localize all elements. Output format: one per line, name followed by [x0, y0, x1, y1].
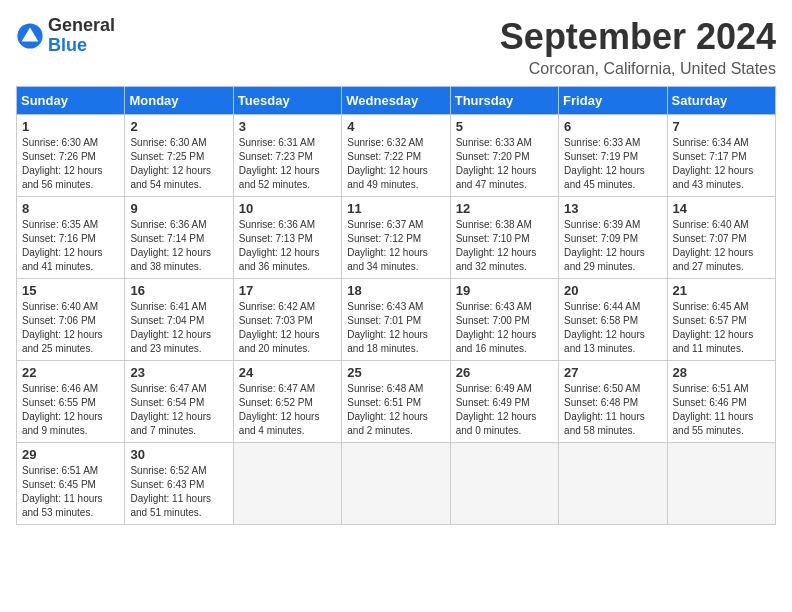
logo-icon	[16, 22, 44, 50]
empty-cell	[667, 443, 775, 525]
weekday-monday: Monday	[125, 87, 233, 115]
day-number: 16	[130, 283, 227, 298]
empty-cell	[342, 443, 450, 525]
calendar-day-9: 9 Sunrise: 6:36 AMSunset: 7:14 PMDayligh…	[125, 197, 233, 279]
weekday-header-row: SundayMondayTuesdayWednesdayThursdayFrid…	[17, 87, 776, 115]
day-details: Sunrise: 6:30 AMSunset: 7:26 PMDaylight:…	[22, 137, 103, 190]
calendar-week-row: 1 Sunrise: 6:30 AMSunset: 7:26 PMDayligh…	[17, 115, 776, 197]
day-number: 19	[456, 283, 553, 298]
day-details: Sunrise: 6:38 AMSunset: 7:10 PMDaylight:…	[456, 219, 537, 272]
day-details: Sunrise: 6:41 AMSunset: 7:04 PMDaylight:…	[130, 301, 211, 354]
calendar-day-1: 1 Sunrise: 6:30 AMSunset: 7:26 PMDayligh…	[17, 115, 125, 197]
calendar-day-25: 25 Sunrise: 6:48 AMSunset: 6:51 PMDaylig…	[342, 361, 450, 443]
empty-cell	[450, 443, 558, 525]
calendar-day-10: 10 Sunrise: 6:36 AMSunset: 7:13 PMDaylig…	[233, 197, 341, 279]
empty-cell	[233, 443, 341, 525]
day-details: Sunrise: 6:39 AMSunset: 7:09 PMDaylight:…	[564, 219, 645, 272]
day-number: 27	[564, 365, 661, 380]
day-number: 1	[22, 119, 119, 134]
header-section: September 2024 Corcoran, California, Uni…	[16, 16, 776, 78]
day-number: 24	[239, 365, 336, 380]
day-details: Sunrise: 6:51 AMSunset: 6:45 PMDaylight:…	[22, 465, 103, 518]
calendar-week-row: 22 Sunrise: 6:46 AMSunset: 6:55 PMDaylig…	[17, 361, 776, 443]
calendar-day-21: 21 Sunrise: 6:45 AMSunset: 6:57 PMDaylig…	[667, 279, 775, 361]
logo: General Blue	[16, 16, 115, 56]
day-number: 12	[456, 201, 553, 216]
day-number: 22	[22, 365, 119, 380]
logo-text: General Blue	[48, 16, 115, 56]
calendar-day-23: 23 Sunrise: 6:47 AMSunset: 6:54 PMDaylig…	[125, 361, 233, 443]
day-number: 17	[239, 283, 336, 298]
day-number: 26	[456, 365, 553, 380]
calendar-week-row: 15 Sunrise: 6:40 AMSunset: 7:06 PMDaylig…	[17, 279, 776, 361]
day-details: Sunrise: 6:31 AMSunset: 7:23 PMDaylight:…	[239, 137, 320, 190]
day-number: 30	[130, 447, 227, 462]
calendar-day-29: 29 Sunrise: 6:51 AMSunset: 6:45 PMDaylig…	[17, 443, 125, 525]
calendar-day-27: 27 Sunrise: 6:50 AMSunset: 6:48 PMDaylig…	[559, 361, 667, 443]
calendar-day-15: 15 Sunrise: 6:40 AMSunset: 7:06 PMDaylig…	[17, 279, 125, 361]
day-details: Sunrise: 6:44 AMSunset: 6:58 PMDaylight:…	[564, 301, 645, 354]
calendar-day-12: 12 Sunrise: 6:38 AMSunset: 7:10 PMDaylig…	[450, 197, 558, 279]
calendar-week-row: 29 Sunrise: 6:51 AMSunset: 6:45 PMDaylig…	[17, 443, 776, 525]
calendar-day-11: 11 Sunrise: 6:37 AMSunset: 7:12 PMDaylig…	[342, 197, 450, 279]
day-details: Sunrise: 6:50 AMSunset: 6:48 PMDaylight:…	[564, 383, 645, 436]
day-number: 25	[347, 365, 444, 380]
day-details: Sunrise: 6:47 AMSunset: 6:54 PMDaylight:…	[130, 383, 211, 436]
day-number: 9	[130, 201, 227, 216]
calendar-day-26: 26 Sunrise: 6:49 AMSunset: 6:49 PMDaylig…	[450, 361, 558, 443]
calendar-day-2: 2 Sunrise: 6:30 AMSunset: 7:25 PMDayligh…	[125, 115, 233, 197]
day-number: 29	[22, 447, 119, 462]
calendar-day-28: 28 Sunrise: 6:51 AMSunset: 6:46 PMDaylig…	[667, 361, 775, 443]
calendar-day-20: 20 Sunrise: 6:44 AMSunset: 6:58 PMDaylig…	[559, 279, 667, 361]
day-number: 20	[564, 283, 661, 298]
day-number: 10	[239, 201, 336, 216]
weekday-saturday: Saturday	[667, 87, 775, 115]
day-details: Sunrise: 6:48 AMSunset: 6:51 PMDaylight:…	[347, 383, 428, 436]
day-details: Sunrise: 6:35 AMSunset: 7:16 PMDaylight:…	[22, 219, 103, 272]
day-number: 5	[456, 119, 553, 134]
day-details: Sunrise: 6:47 AMSunset: 6:52 PMDaylight:…	[239, 383, 320, 436]
day-details: Sunrise: 6:40 AMSunset: 7:06 PMDaylight:…	[22, 301, 103, 354]
day-number: 6	[564, 119, 661, 134]
day-details: Sunrise: 6:43 AMSunset: 7:00 PMDaylight:…	[456, 301, 537, 354]
day-number: 4	[347, 119, 444, 134]
day-details: Sunrise: 6:33 AMSunset: 7:20 PMDaylight:…	[456, 137, 537, 190]
day-details: Sunrise: 6:40 AMSunset: 7:07 PMDaylight:…	[673, 219, 754, 272]
calendar-day-8: 8 Sunrise: 6:35 AMSunset: 7:16 PMDayligh…	[17, 197, 125, 279]
day-details: Sunrise: 6:49 AMSunset: 6:49 PMDaylight:…	[456, 383, 537, 436]
calendar-day-24: 24 Sunrise: 6:47 AMSunset: 6:52 PMDaylig…	[233, 361, 341, 443]
calendar-day-18: 18 Sunrise: 6:43 AMSunset: 7:01 PMDaylig…	[342, 279, 450, 361]
logo-general: General	[48, 15, 115, 35]
empty-cell	[559, 443, 667, 525]
weekday-friday: Friday	[559, 87, 667, 115]
calendar-day-5: 5 Sunrise: 6:33 AMSunset: 7:20 PMDayligh…	[450, 115, 558, 197]
day-details: Sunrise: 6:42 AMSunset: 7:03 PMDaylight:…	[239, 301, 320, 354]
day-number: 15	[22, 283, 119, 298]
calendar-day-7: 7 Sunrise: 6:34 AMSunset: 7:17 PMDayligh…	[667, 115, 775, 197]
day-details: Sunrise: 6:46 AMSunset: 6:55 PMDaylight:…	[22, 383, 103, 436]
day-number: 13	[564, 201, 661, 216]
calendar-day-22: 22 Sunrise: 6:46 AMSunset: 6:55 PMDaylig…	[17, 361, 125, 443]
day-number: 21	[673, 283, 770, 298]
day-number: 2	[130, 119, 227, 134]
calendar-week-row: 8 Sunrise: 6:35 AMSunset: 7:16 PMDayligh…	[17, 197, 776, 279]
day-details: Sunrise: 6:37 AMSunset: 7:12 PMDaylight:…	[347, 219, 428, 272]
day-number: 7	[673, 119, 770, 134]
calendar-body: 1 Sunrise: 6:30 AMSunset: 7:26 PMDayligh…	[17, 115, 776, 525]
calendar-day-30: 30 Sunrise: 6:52 AMSunset: 6:43 PMDaylig…	[125, 443, 233, 525]
day-details: Sunrise: 6:43 AMSunset: 7:01 PMDaylight:…	[347, 301, 428, 354]
day-details: Sunrise: 6:36 AMSunset: 7:14 PMDaylight:…	[130, 219, 211, 272]
day-details: Sunrise: 6:30 AMSunset: 7:25 PMDaylight:…	[130, 137, 211, 190]
day-details: Sunrise: 6:52 AMSunset: 6:43 PMDaylight:…	[130, 465, 211, 518]
calendar-day-14: 14 Sunrise: 6:40 AMSunset: 7:07 PMDaylig…	[667, 197, 775, 279]
weekday-tuesday: Tuesday	[233, 87, 341, 115]
calendar-day-13: 13 Sunrise: 6:39 AMSunset: 7:09 PMDaylig…	[559, 197, 667, 279]
day-number: 28	[673, 365, 770, 380]
day-details: Sunrise: 6:45 AMSunset: 6:57 PMDaylight:…	[673, 301, 754, 354]
weekday-wednesday: Wednesday	[342, 87, 450, 115]
calendar-day-17: 17 Sunrise: 6:42 AMSunset: 7:03 PMDaylig…	[233, 279, 341, 361]
day-number: 3	[239, 119, 336, 134]
day-details: Sunrise: 6:51 AMSunset: 6:46 PMDaylight:…	[673, 383, 754, 436]
weekday-sunday: Sunday	[17, 87, 125, 115]
day-number: 18	[347, 283, 444, 298]
